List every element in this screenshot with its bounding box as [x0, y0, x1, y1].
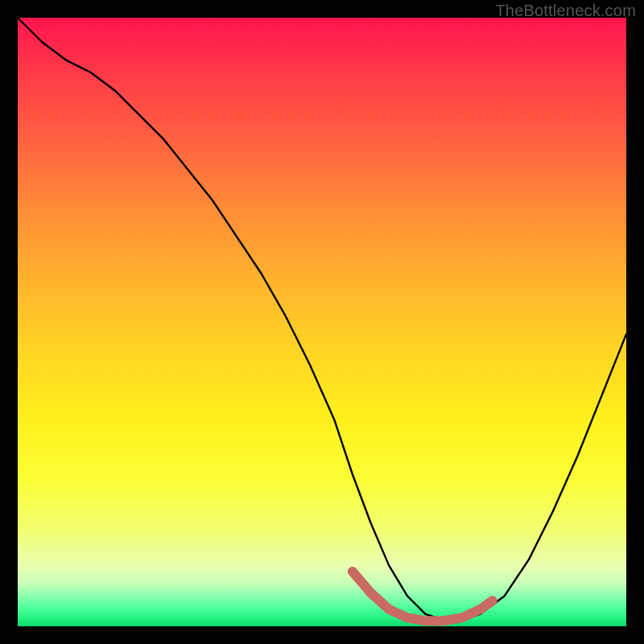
- chart-svg: [18, 18, 626, 626]
- chart-frame: [18, 18, 626, 626]
- series-highlight: [353, 572, 493, 621]
- series-curve: [18, 18, 626, 620]
